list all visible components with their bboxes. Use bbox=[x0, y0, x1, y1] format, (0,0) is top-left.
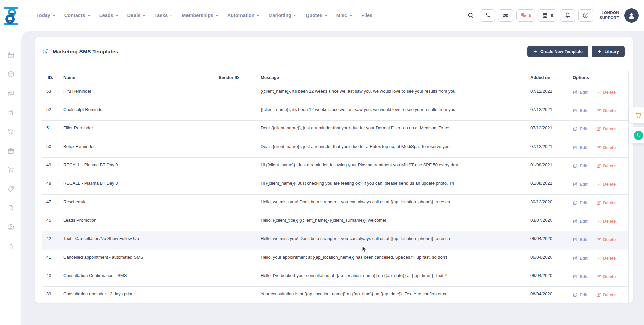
table-row: 51Filler ReminderDear {{client_name}}, j… bbox=[42, 121, 629, 139]
svg-text:12: 12 bbox=[10, 55, 12, 57]
cell-sender-id bbox=[213, 287, 255, 303]
nav-item-label: Leads bbox=[99, 13, 113, 18]
cell-id: 47 bbox=[42, 195, 58, 213]
edit-link[interactable]: Edit bbox=[573, 90, 588, 95]
edit-link[interactable]: Edit bbox=[573, 274, 588, 279]
calendar-icon[interactable]: 12 bbox=[0, 46, 21, 65]
bag-icon[interactable] bbox=[0, 103, 21, 122]
nav-item-memberships[interactable]: Memberships bbox=[182, 13, 218, 18]
cell-options: EditDelete bbox=[567, 158, 629, 176]
delete-link[interactable]: Delete bbox=[596, 274, 616, 279]
edit-link[interactable]: Edit bbox=[573, 182, 588, 187]
table-row: 50Botox ReminderDear {{client_name}}, ju… bbox=[42, 139, 629, 158]
delete-link[interactable]: Delete bbox=[596, 126, 616, 131]
app-logo[interactable] bbox=[3, 6, 19, 26]
nav-item-automation[interactable]: Automation bbox=[227, 13, 260, 18]
report-icon[interactable] bbox=[0, 199, 21, 218]
copy-icon[interactable] bbox=[0, 84, 21, 103]
delete-link[interactable]: Delete bbox=[596, 292, 616, 297]
cart-widget-button[interactable] bbox=[629, 107, 644, 123]
nav-item-quotes[interactable]: Quotes bbox=[306, 13, 328, 18]
delete-label: Delete bbox=[603, 127, 616, 131]
edit-link[interactable]: Edit bbox=[573, 145, 588, 150]
cell-sender-id bbox=[213, 231, 255, 250]
cell-name: Leads Promotion bbox=[58, 213, 213, 231]
phone-button[interactable] bbox=[480, 9, 495, 22]
delete-link[interactable]: Delete bbox=[596, 163, 616, 168]
edit-link[interactable]: Edit bbox=[573, 256, 588, 261]
table-row: 42Text - Cancellation/No Show Follow UpH… bbox=[42, 231, 629, 250]
package-icon[interactable] bbox=[0, 65, 21, 84]
delete-link[interactable]: Delete bbox=[596, 256, 616, 261]
delete-link[interactable]: Delete bbox=[596, 219, 616, 224]
edit-link[interactable]: Edit bbox=[573, 219, 588, 224]
nav-item-files[interactable]: Files bbox=[361, 13, 372, 18]
cell-message: Hi {{client_name}}, Just a reminder, fol… bbox=[255, 158, 525, 176]
nav-item-marketing[interactable]: Marketing bbox=[268, 13, 297, 18]
nav-item-contacts[interactable]: Contacts bbox=[64, 13, 91, 18]
nav-item-tasks[interactable]: Tasks bbox=[154, 13, 173, 18]
plus-icon bbox=[533, 49, 537, 54]
table-row: 39Consultation reminder - 2 days priorYo… bbox=[42, 287, 629, 303]
table-body: 53Hifu Reminder{{client_name}}, its been… bbox=[42, 84, 629, 303]
cell-name: Consultation Confirmation - SMS bbox=[58, 268, 213, 287]
delete-link[interactable]: Delete bbox=[596, 200, 616, 205]
inbox-button[interactable] bbox=[498, 9, 513, 22]
delete-link[interactable]: Delete bbox=[596, 237, 616, 242]
cell-message: Hi {{client_name}}, Just checking you ar… bbox=[255, 176, 525, 195]
edit-link[interactable]: Edit bbox=[573, 292, 588, 297]
nav-item-label: Deals bbox=[127, 13, 141, 18]
history-icon[interactable] bbox=[0, 122, 21, 141]
search-icon[interactable] bbox=[467, 12, 474, 19]
library-button[interactable]: Library bbox=[592, 46, 625, 57]
edit-label: Edit bbox=[580, 90, 588, 95]
edit-link[interactable]: Edit bbox=[573, 237, 588, 242]
nav-item-misc[interactable]: Misc bbox=[336, 13, 353, 18]
store-button[interactable]: 8 bbox=[538, 9, 557, 22]
edit-link[interactable]: Edit bbox=[573, 108, 588, 113]
store-badge: 8 bbox=[551, 13, 553, 18]
nav-item-today[interactable]: Today bbox=[36, 13, 56, 18]
help-button[interactable] bbox=[578, 9, 593, 22]
lock-icon[interactable] bbox=[0, 237, 21, 256]
notifications-button[interactable] bbox=[560, 9, 575, 22]
delete-link[interactable]: Delete bbox=[596, 145, 616, 150]
delete-link[interactable]: Delete bbox=[596, 108, 616, 113]
cell-sender-id bbox=[213, 213, 255, 231]
chat-button[interactable]: 5 bbox=[516, 9, 535, 22]
whatsapp-icon bbox=[634, 131, 643, 140]
nav-item-leads[interactable]: Leads bbox=[99, 13, 119, 18]
cell-name: Hifu Reminder bbox=[58, 84, 213, 102]
cell-id: 53 bbox=[42, 84, 58, 102]
table-row: 45Leads PromotionHello! {{client_title}}… bbox=[42, 213, 629, 231]
cart-icon[interactable] bbox=[0, 160, 21, 179]
help-icon bbox=[582, 12, 589, 19]
delete-label: Delete bbox=[603, 256, 616, 261]
avatar[interactable] bbox=[624, 8, 639, 23]
cell-name: Cancelled appointment - automated SMS bbox=[58, 250, 213, 268]
topbar: TodayContactsLeadsDealsTasksMembershipsA… bbox=[0, 0, 644, 31]
cell-added-on: 07/12/2021 bbox=[525, 121, 567, 139]
inbox-icon bbox=[502, 12, 509, 19]
delete-link[interactable]: Delete bbox=[596, 90, 616, 95]
nav-item-deals[interactable]: Deals bbox=[127, 13, 146, 18]
edit-link[interactable]: Edit bbox=[573, 126, 588, 131]
cell-options: EditDelete bbox=[567, 176, 629, 195]
cell-options: EditDelete bbox=[567, 213, 629, 231]
create-new-template-button[interactable]: Create New Template bbox=[527, 46, 588, 57]
cell-message: Dear {{client_name}}, just a reminder th… bbox=[255, 139, 525, 158]
nav-item-label: Misc bbox=[336, 13, 347, 18]
column-header: ID. bbox=[42, 71, 58, 84]
gift-icon[interactable] bbox=[0, 141, 21, 160]
nav-item-label: Memberships bbox=[182, 13, 213, 18]
cell-id: 42 bbox=[42, 231, 58, 250]
delete-link[interactable]: Delete bbox=[596, 182, 616, 187]
edit-link[interactable]: Edit bbox=[573, 200, 588, 205]
cell-sender-id bbox=[213, 250, 255, 268]
account-icon[interactable] bbox=[0, 218, 21, 237]
table-header-row: ID.NameSender IDMessageAdded onOptions bbox=[42, 71, 629, 84]
tag-icon[interactable] bbox=[0, 179, 21, 199]
column-header: Name bbox=[58, 71, 213, 84]
whatsapp-widget-button[interactable] bbox=[629, 127, 644, 143]
edit-link[interactable]: Edit bbox=[573, 163, 588, 168]
